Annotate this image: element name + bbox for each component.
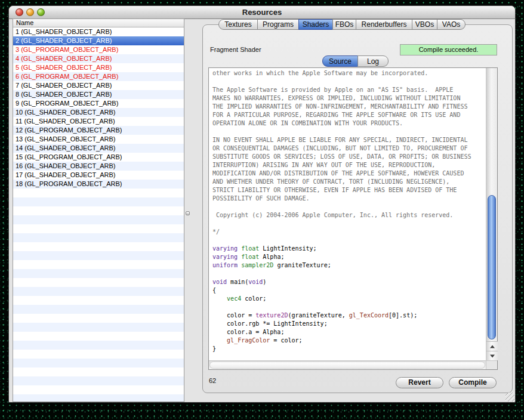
code-line: varying float Alpha; xyxy=(212,253,486,261)
list-header-name[interactable]: Name xyxy=(13,19,184,27)
tab-textures[interactable]: Textures xyxy=(218,19,258,30)
resources-window: Resources Name 1 (GL_SHADER_OBJECT_ARB)2… xyxy=(8,5,516,403)
shader-type-label: Fragment Shader xyxy=(210,46,261,53)
list-filler-row xyxy=(13,305,184,314)
list-item[interactable]: 7 (GL_SHADER_OBJECT_ARB) xyxy=(13,81,184,90)
list-filler-row xyxy=(13,197,184,206)
list-item[interactable]: 10 (GL_SHADER_OBJECT_ARB) xyxy=(13,108,184,117)
resource-tabs: TexturesProgramsShadersFBOsRenderbuffers… xyxy=(218,19,466,30)
list-filler-row xyxy=(13,189,184,197)
revert-button[interactable]: Revert xyxy=(396,377,443,388)
code-line: varying float LightIntensity; xyxy=(212,245,486,253)
list-filler-row xyxy=(13,206,184,215)
list-item[interactable]: 1 (GL_SHADER_OBJECT_ARB) xyxy=(13,27,184,36)
tab-renderbuffers[interactable]: Renderbuffers xyxy=(356,19,412,30)
code-line xyxy=(212,78,486,86)
list-item[interactable]: 14 (GL_SHADER_OBJECT_ARB) xyxy=(13,144,184,153)
list-filler-row xyxy=(13,341,184,350)
code-line: void main(void) xyxy=(212,278,486,286)
list-item[interactable]: 8 (GL_SHADER_OBJECT_ARB) xyxy=(13,90,184,99)
code-line xyxy=(212,220,486,228)
code-line: AND WHETHER UNDER THEORY OF CONTRACT, TO… xyxy=(212,178,486,186)
code-area[interactable]: other works in which the Apple Software … xyxy=(209,68,486,360)
list-item[interactable]: 9 (GL_PROGRAM_OBJECT_ARB) xyxy=(13,99,184,108)
list-item[interactable]: 2 (GL_SHADER_OBJECT_ARB) xyxy=(13,36,184,45)
code-line: POSSIBILITY OF SUCH DAMAGE. xyxy=(212,194,486,203)
list-item[interactable]: 15 (GL_PROGRAM_OBJECT_ARB) xyxy=(13,153,184,162)
list-item[interactable]: 4 (GL_SHADER_OBJECT_ARB) xyxy=(13,54,184,63)
tab-vaos[interactable]: VAOs xyxy=(437,19,466,30)
list-item[interactable]: 17 (GL_SHADER_OBJECT_ARB) xyxy=(13,171,184,180)
scrollbar-corner xyxy=(486,360,497,369)
code-line: Copyright (c) 2004-2006 Apple Computer, … xyxy=(212,211,486,220)
code-line: { xyxy=(212,286,486,295)
tab-fbos[interactable]: FBOs xyxy=(332,19,356,30)
source-editor: other works in which the Apple Software … xyxy=(208,67,498,370)
resize-grip[interactable] xyxy=(505,393,514,402)
list-filler-row xyxy=(13,287,184,296)
desktop-background: Resources Name 1 (GL_SHADER_OBJECT_ARB)2… xyxy=(0,0,524,420)
list-item[interactable]: 6 (GL_PROGRAM_OBJECT_ARB) xyxy=(13,72,184,81)
code-line: SUBSTITUTE GOODS OR SERVICES; LOSS OF US… xyxy=(212,153,486,161)
list-filler-row xyxy=(13,359,184,368)
code-line: MAKES NO WARRANTIES, EXPRESS OR IMPLIED,… xyxy=(212,94,486,103)
list-filler-row xyxy=(13,332,184,341)
list-item[interactable]: 11 (GL_SHADER_OBJECT_ARB) xyxy=(13,117,184,126)
code-line xyxy=(212,236,486,245)
code-line: OR CONSEQUENTIAL DAMAGES (INCLUDING, BUT… xyxy=(212,144,486,153)
list-item[interactable]: 18 (GL_PROGRAM_OBJECT_ARB) xyxy=(13,180,184,189)
code-line: STRICT LIABILITY OR OTHERWISE, EVEN IF A… xyxy=(212,186,486,194)
compile-button[interactable]: Compile xyxy=(449,377,497,388)
list-item[interactable]: 13 (GL_SHADER_OBJECT_ARB) xyxy=(13,135,184,144)
horizontal-scrollbar[interactable] xyxy=(209,360,486,369)
list-filler-row xyxy=(13,215,184,224)
code-line: vec4 color; xyxy=(212,295,486,303)
list-filler-row xyxy=(13,233,184,242)
list-item[interactable]: 12 (GL_PROGRAM_OBJECT_ARB) xyxy=(13,126,184,135)
list-filler-row xyxy=(13,260,184,269)
splitter-dimple-icon xyxy=(186,211,190,215)
code-line: */ xyxy=(212,228,486,236)
list-filler-row xyxy=(13,224,184,233)
view-tab-log[interactable]: Log xyxy=(357,55,389,67)
scroll-down-button[interactable] xyxy=(486,351,498,360)
arrow-down-icon xyxy=(490,354,495,357)
scroll-up-button[interactable] xyxy=(486,341,498,351)
list-filler-row xyxy=(13,314,184,323)
window-title: Resources xyxy=(9,8,515,17)
shaders-panel: Fragment Shader Compile succeeded. Sourc… xyxy=(202,24,513,393)
horizontal-scrollbar-thumb[interactable] xyxy=(209,362,485,369)
list-filler-row xyxy=(13,394,184,402)
list-filler-row xyxy=(13,269,184,278)
list-filler-row xyxy=(13,385,184,394)
list-item[interactable]: 3 (GL_PROGRAM_OBJECT_ARB) xyxy=(13,45,184,54)
view-tabs: SourceLog xyxy=(322,55,389,67)
titlebar[interactable]: Resources xyxy=(9,6,515,19)
code-line: } xyxy=(212,345,486,353)
code-line: OPERATION ALONE OR IN COMBINATION WITH Y… xyxy=(212,119,486,128)
code-line: color = texture2D(graniteTexture, gl_Tex… xyxy=(212,311,486,320)
splitter-handle[interactable] xyxy=(185,209,190,218)
code-line xyxy=(212,303,486,311)
resource-list-rows: 1 (GL_SHADER_OBJECT_ARB)2 (GL_SHADER_OBJ… xyxy=(13,27,184,402)
resource-list: Name 1 (GL_SHADER_OBJECT_ARB)2 (GL_SHADE… xyxy=(13,18,184,402)
view-tab-source[interactable]: Source xyxy=(322,55,358,67)
list-item[interactable]: 16 (GL_SHADER_OBJECT_ARB) xyxy=(13,162,184,171)
list-item[interactable]: 5 (GL_SHADER_OBJECT_ARB) xyxy=(13,63,184,72)
list-filler-row xyxy=(13,350,184,359)
tab-vbos[interactable]: VBOs xyxy=(412,19,437,30)
tab-programs[interactable]: Programs xyxy=(257,19,299,30)
code-line xyxy=(212,203,486,211)
scrollbar-thumb[interactable] xyxy=(488,195,496,339)
tab-shaders[interactable]: Shaders xyxy=(298,19,333,30)
code-line: other works in which the Apple Software … xyxy=(212,69,486,78)
code-line: color.rgb *= LightIntensity; xyxy=(212,320,486,328)
list-filler-row xyxy=(13,242,184,251)
code-line: gl_FragColor = color; xyxy=(212,336,486,345)
code-line: FOR A PARTICULAR PURPOSE, REGARDING THE … xyxy=(212,111,486,119)
list-filler-row xyxy=(13,323,184,332)
compile-status-badge: Compile succeeded. xyxy=(400,44,497,55)
vertical-scrollbar[interactable] xyxy=(486,68,497,360)
code-line: MODIFICATION AND/OR DISTRIBUTION OF THE … xyxy=(212,169,486,178)
code-line: uniform sampler2D graniteTexture; xyxy=(212,261,486,270)
